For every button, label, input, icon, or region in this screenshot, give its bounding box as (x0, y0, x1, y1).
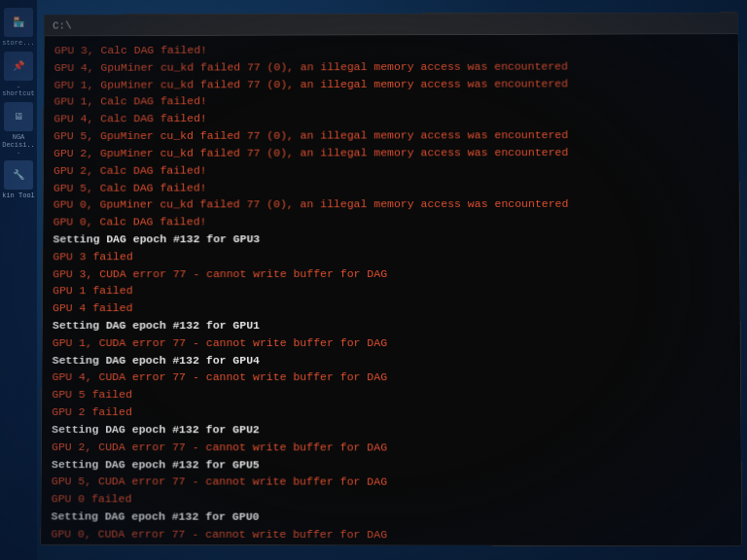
terminal-line: GPU 5, GpuMiner cu_kd failed 77 (0), an … (53, 126, 729, 145)
terminal-line: Setting DAG epoch #132 for GPU4 (53, 352, 730, 369)
terminal-line: Setting DAG epoch #132 for GPU5 (52, 456, 731, 474)
terminal-line: GPU 1, GpuMiner cu_kd failed 77 (0), an … (54, 75, 729, 93)
terminal-line: Setting DAG epoch #132 for GPU0 (52, 508, 731, 526)
taskbar-label-store: store... (2, 40, 35, 48)
terminal-line: Setting DAG epoch #132 for GPU1 (53, 317, 730, 334)
terminal-line: GPU 1 failed (53, 282, 729, 299)
taskbar-item-tool[interactable]: 🔧 kin Tool (2, 160, 35, 200)
taskbar-item-shortcut[interactable]: 📌 - shortcut (2, 52, 35, 98)
shortcut-icon[interactable]: 📌 (4, 52, 33, 81)
terminal-line: GPU 2, CUDA error 77 - cannot write buff… (52, 438, 730, 457)
nga-icon[interactable]: 🖥 (4, 102, 33, 131)
terminal-title: C:\ (53, 19, 72, 31)
terminal-line: GPU 2 failed (52, 403, 730, 421)
terminal-line: Setting DAG epoch #132 for GPU3 (53, 230, 729, 248)
terminal-line: Setting DAG epoch #132 for GPU2 (52, 421, 730, 439)
terminal-line: GPU 2, GpuMiner cu_kd failed 77 (0), an … (53, 144, 729, 162)
taskbar: 🏪 store... 📌 - shortcut 🖥 NGA Decisi... … (0, 0, 37, 560)
terminal-line: GPU 5, CUDA error 77 - cannot write buff… (52, 473, 731, 492)
taskbar-item-nga[interactable]: 🖥 NGA Decisi... (2, 102, 35, 157)
store-icon[interactable]: 🏪 (4, 8, 33, 37)
taskbar-item-store[interactable]: 🏪 store... (2, 8, 35, 48)
terminal-line: GPU 5, Calc DAG failed! (53, 178, 729, 196)
terminal-line: GPU 4 failed (53, 299, 729, 317)
terminal-line: GPU 4, GpuMiner cu_kd failed 77 (0), an … (54, 57, 729, 77)
terminal-window: C:\ GPU 3, Calc DAG failed!GPU 4, GpuMin… (40, 12, 742, 546)
terminal-line: GPU 0, CUDA error 77 - cannot write buff… (51, 525, 731, 543)
terminal-line: GPU 4, Calc DAG failed! (53, 109, 729, 127)
terminal-titlebar: C:\ (45, 13, 737, 36)
taskbar-label-nga: NGA Decisi... (2, 134, 35, 157)
terminal-line: GPU 5 failed (52, 386, 730, 403)
terminal-line: GPU 3, CUDA error 77 - cannot write buff… (53, 264, 729, 282)
terminal-line: GPU 4, CUDA error 77 - cannot write buff… (52, 368, 729, 386)
desktop: 🏪 store... 📌 - shortcut 🖥 NGA Decisi... … (0, 0, 747, 560)
terminal-line: GPU 0, GpuMiner cu_kd failed 77 (0), an … (53, 195, 729, 214)
terminal-line: GPU 3, Calc DAG failed! (54, 40, 729, 59)
terminal-line: GPU 2, Calc DAG failed! (53, 160, 729, 179)
taskbar-label-shortcut: - shortcut (2, 84, 35, 98)
terminal-line: GPU 1, Calc DAG failed! (53, 91, 729, 110)
terminal-line: GPU 0 failed (52, 490, 731, 508)
terminal-line: GPU 1, CUDA error 77 - cannot write buff… (53, 334, 730, 352)
tool-icon[interactable]: 🔧 (4, 160, 33, 190)
terminal-line: GPU 0, Calc DAG failed! (53, 213, 729, 231)
taskbar-label-tool: kin Tool (2, 192, 35, 200)
terminal-line: GPU 3 failed (53, 247, 729, 264)
terminal-body[interactable]: GPU 3, Calc DAG failed!GPU 4, GpuMiner c… (41, 34, 741, 545)
